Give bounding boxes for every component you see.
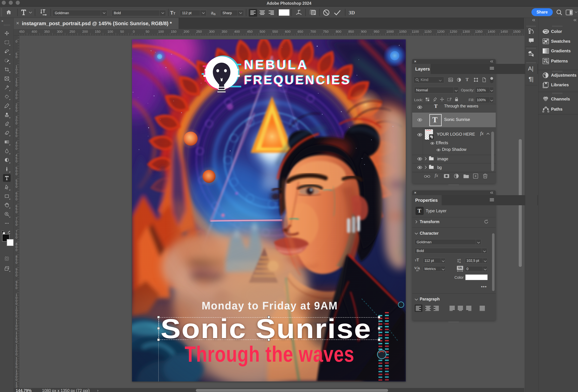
svg-text:A: A [459,261,461,263]
svg-text:V: V [414,266,417,270]
svg-text:A: A [459,258,461,261]
svg-text:A: A [418,266,420,270]
